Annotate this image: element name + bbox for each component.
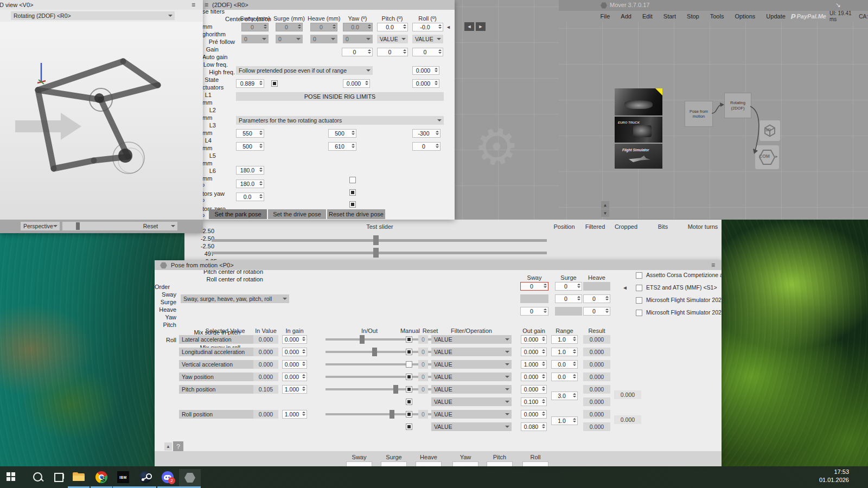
l4-input[interactable]: 500 [236,142,264,151]
viewport-3d[interactable] [0,22,203,220]
menu-tools[interactable]: Tools [705,13,730,20]
pitch-in-gain-input[interactable]: 1.000 [282,385,307,394]
roll-cor-sway-input[interactable]: 0 [520,307,548,316]
roll-group-range-input[interactable]: 1.0 [551,416,578,425]
node-pose-from-motion[interactable]: Pose from motion [685,101,713,127]
scroll-up-button[interactable]: ▲ [601,201,609,209]
actuators-tilt-input[interactable]: 0.0 [236,192,264,201]
source-collapse-arrow[interactable]: ◄ [622,285,628,291]
actuators-select[interactable]: Parameters for the two rotating actuator… [236,116,444,125]
yaw-in-gain-input[interactable]: 0.000 [282,373,307,381]
surge-manual-checkbox[interactable] [406,349,412,355]
auto-gain-checkbox[interactable] [271,80,278,87]
sway-inout-handle[interactable] [360,335,365,344]
surge-filter-select[interactable]: VALUE [431,348,512,356]
cor-x-input[interactable]: 0 [342,48,373,56]
start-button[interactable] [7,472,16,481]
help-button[interactable]: ? [173,441,183,452]
cor-y-input[interactable]: 0 [377,48,408,56]
game-checkbox-acc[interactable] [636,272,642,279]
pitch-filter-select[interactable]: VALUE [431,385,512,394]
sway-out-gain-input[interactable]: 0.000 [521,335,547,344]
low-freq-input[interactable]: 0.000 [343,79,370,88]
sway-in-gain-input[interactable]: 0.000 [282,335,307,344]
roll-inout-handle[interactable] [390,410,394,419]
motors-yaw-input[interactable]: 180.0 [236,166,264,175]
a2-slider-track[interactable] [212,252,547,254]
graph-back-button[interactable]: ◄ [464,22,474,31]
node-graph-canvas[interactable] [559,22,868,220]
cor-z-input[interactable]: 0 [412,48,443,56]
yaw-reset-box[interactable]: 0 [418,373,428,381]
menu-start[interactable]: Start [658,13,681,20]
mix-sway-roll-filter[interactable]: VALUE [431,422,512,431]
mover-taskbar-icon[interactable] [179,469,201,486]
view3d-titlebar[interactable]: 3D view <V0> ≡ [0,0,203,10]
gain-input[interactable]: 0.889 [236,79,264,88]
discord-icon[interactable]: 2 [162,471,174,483]
mover-titlebar[interactable]: Mover 3.7.0.17 ↘ [559,0,868,11]
com-output-tile[interactable]: COM ► [755,145,779,169]
menu-update[interactable]: Update [761,13,790,20]
view3d-rig-selector[interactable]: Rotating (2DOF) <R0> [11,11,175,20]
right-swapped-checkbox[interactable] [349,189,356,196]
pose-surge-input[interactable]: 0 [276,23,303,31]
surge-inout-handle[interactable] [372,348,377,356]
mix-surge-pitch-checkbox[interactable] [406,399,412,405]
left-swapped-checkbox[interactable] [349,177,356,183]
roll-filter-select[interactable]: VALUE [431,410,512,419]
roll-in-gain-input[interactable]: 1.000 [282,410,307,419]
filter-pitch-select[interactable]: VALUE [377,35,408,43]
sway-filter-select[interactable]: VALUE [431,335,512,344]
taskbar-clock[interactable]: 17:53 01.01.2026 [797,468,849,484]
filter-sway-select[interactable]: 0 [241,35,269,43]
pose-yaw-input[interactable]: 0.0 [343,23,373,31]
scroll-down-button[interactable]: ▼ [601,209,609,217]
l2-input[interactable]: 500 [328,129,356,138]
sway-reset-box[interactable]: 0 [418,335,428,344]
set-drive-pose-button[interactable]: Set the drive pose [268,209,326,219]
pitch-manual-checkbox[interactable] [406,386,412,393]
menu-stop[interactable]: Stop [681,13,705,20]
pitch-group-range-input[interactable]: 3.0 [551,391,578,400]
yaw-range-input[interactable]: 0.0 [551,373,578,381]
rig-menu-icon[interactable]: ≡ [205,1,208,9]
menu-options[interactable]: Options [729,13,761,20]
cube-3d-tile[interactable]: 3D [760,120,780,141]
steam-icon[interactable] [139,471,151,483]
menu-edit[interactable]: Edit [637,13,658,20]
high-freq-input[interactable]: 0.000 [412,79,439,88]
roll-out-gain-input[interactable]: 0.000 [521,410,547,419]
menu-add[interactable]: Add [615,13,637,20]
a1-slider-handle[interactable] [373,235,379,245]
graph-forward-button[interactable]: ► [476,22,486,31]
filter-roll-select[interactable]: VALUE [412,35,443,43]
filter-yaw-select[interactable]: 0 [343,35,373,43]
reset-drive-pose-button[interactable]: Reset the drive pose [327,209,385,219]
a2-slider-handle[interactable] [373,248,379,258]
pose-titlebar[interactable]: Pose from motion <P0> ≡ [155,260,722,270]
chrome-icon[interactable]: S [95,471,107,483]
heave-out-gain-input[interactable]: 1.000 [521,360,547,369]
surge-range-input[interactable]: 1.0 [551,348,578,356]
surge-reset-box[interactable]: 0 [418,348,428,356]
heave-manual-checkbox[interactable] [406,361,412,368]
view-zoom-handle[interactable] [76,222,80,230]
pitch-cor-heave-input[interactable]: 0 [583,294,610,303]
pose-menu-icon[interactable]: ≡ [711,261,715,269]
pose-roll-input[interactable]: -0.0 [412,23,443,31]
a1-slider-track[interactable] [212,239,547,242]
pitch-cor-surge-input[interactable]: 0 [555,294,582,303]
pose-heave-input[interactable]: 0 [310,23,337,31]
collapse-up-button[interactable]: ▲ [164,442,172,451]
view3d-menu-icon[interactable]: ≡ [192,1,195,9]
mix-surge-pitch-filter[interactable]: VALUE [431,397,512,406]
game-checkbox-ets2[interactable] [636,285,642,291]
view-reset-select[interactable]: Reset [129,222,177,230]
file-explorer-icon[interactable] [73,471,85,482]
set-park-pose-button[interactable]: Set the park pose [209,209,267,219]
yaw-cor-sway-input[interactable]: 0 [520,282,548,291]
yaw-out-gain-input[interactable]: 0.000 [521,373,547,381]
thumbnail-assetto-corsa[interactable] [615,88,662,115]
paypal-link[interactable]: PayPal.Me [797,13,826,20]
